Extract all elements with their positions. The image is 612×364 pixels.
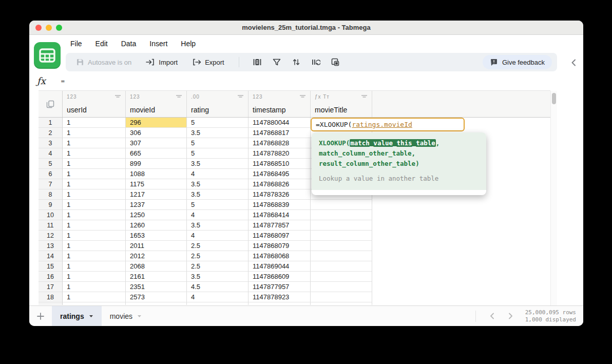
row-number[interactable]: 5 [39, 159, 63, 169]
sheet-cell[interactable]: 3.5 [187, 220, 248, 231]
sheet-cell[interactable]: 3.5 [187, 189, 248, 200]
sheet-cell[interactable]: 1 [63, 210, 126, 220]
sheet-cell[interactable]: 1147868079 [248, 241, 311, 251]
sheet-cell[interactable]: 1 [63, 292, 126, 302]
row-number[interactable]: 14 [39, 251, 63, 261]
sheet-cell[interactable]: 1147868839 [248, 200, 311, 210]
sheet-cell[interactable] [311, 220, 372, 231]
sheet-cell[interactable]: 1250 [126, 210, 187, 220]
row-number[interactable]: 11 [39, 220, 63, 231]
sheet-cell[interactable]: 665 [126, 148, 187, 159]
sheet-cell[interactable]: 4 [187, 231, 248, 241]
sheet-cell[interactable] [311, 200, 372, 210]
previous-page-button[interactable] [483, 309, 502, 323]
sheet-cell[interactable]: 1147868495 [248, 169, 311, 179]
column-header-movietitle[interactable]: ƒx Tᴛ movieTitle [311, 91, 372, 117]
sheet-cell[interactable]: 1147877857 [248, 220, 311, 231]
menu-item-help[interactable]: Help [181, 40, 196, 48]
sheet-cell[interactable]: 1 [63, 241, 126, 251]
sheet-cell[interactable]: 2161 [126, 272, 187, 282]
row-number[interactable]: 13 [39, 241, 63, 251]
export-button[interactable]: Export [192, 58, 224, 66]
transform-button[interactable] [306, 54, 326, 70]
sheet-cell[interactable] [311, 282, 372, 292]
sheet-cell[interactable]: 5 [187, 200, 248, 210]
sheet-cell[interactable] [311, 292, 372, 302]
sheet-cell[interactable]: 1147868826 [248, 179, 311, 189]
column-filter-icon[interactable] [114, 94, 121, 99]
join-tables-button[interactable] [326, 54, 345, 70]
sheet-cell[interactable]: 307 [126, 138, 187, 148]
caret-down-icon[interactable] [137, 315, 142, 318]
caret-down-icon[interactable] [89, 315, 93, 318]
sheet-cell[interactable] [311, 272, 372, 282]
sheet-cell[interactable]: 1 [63, 159, 126, 169]
sheet-cell[interactable]: 1 [63, 272, 126, 282]
select-all-header[interactable] [39, 91, 63, 117]
row-number[interactable]: 3 [39, 138, 63, 148]
column-filter-icon[interactable] [176, 94, 182, 99]
sheet-cell[interactable]: 1 [63, 118, 126, 128]
row-number[interactable]: 9 [39, 200, 63, 210]
column-header-movieid[interactable]: 123 movieId [126, 91, 187, 117]
sheet-cell[interactable]: 5 [187, 138, 248, 148]
sheet-cell[interactable]: 3.5 [187, 128, 248, 138]
row-number[interactable]: 18 [39, 292, 63, 302]
scrollbar-thumb[interactable] [552, 93, 556, 104]
sheet-cell[interactable]: 1 [63, 138, 126, 148]
sheet-cell[interactable]: 1 [63, 189, 126, 200]
sheet-cell[interactable]: 1147868414 [248, 210, 311, 220]
row-number[interactable]: 2 [39, 128, 63, 138]
sheet-cell[interactable]: 1 [63, 128, 126, 138]
column-header-userid[interactable]: 123 userId [63, 91, 126, 117]
collapse-panel-button[interactable] [568, 58, 579, 68]
sheet-cell[interactable]: 2351 [126, 282, 187, 292]
sheet-cell[interactable]: 1147878820 [248, 148, 311, 159]
column-header-timestamp[interactable]: 123 timestamp [248, 91, 311, 117]
sheet-cell[interactable]: 3.5 [187, 159, 248, 169]
import-button[interactable]: Import [146, 58, 178, 66]
view-columns-button[interactable] [247, 54, 267, 70]
sheet-cell[interactable]: 1 [63, 220, 126, 231]
row-number[interactable]: 7 [39, 179, 63, 189]
sheet-cell[interactable]: 1 [63, 179, 126, 189]
row-number[interactable]: 10 [39, 210, 63, 220]
column-filter-icon[interactable] [237, 94, 244, 99]
sheet-cell[interactable]: 1147877957 [248, 282, 311, 292]
sheet-cell[interactable]: 1147868609 [248, 272, 311, 282]
menu-item-data[interactable]: Data [121, 40, 137, 48]
column-filter-icon[interactable] [299, 94, 306, 99]
sheet-cell[interactable]: 1147868817 [248, 128, 311, 138]
title-bar[interactable]: movielens_25m_tutorial.tmga - Tabmega [29, 21, 583, 35]
sheet-cell[interactable]: 1147880044 [248, 118, 311, 128]
sheet-cell[interactable]: 1147868097 [248, 231, 311, 241]
row-number[interactable]: 1 [39, 118, 63, 128]
sheet-cell[interactable] [311, 210, 372, 220]
menu-item-file[interactable]: File [70, 40, 82, 48]
give-feedback-button[interactable]: Give feedback [483, 55, 552, 69]
sheet-cell[interactable]: 1147878923 [248, 292, 311, 302]
column-header-rating[interactable]: .00 rating [187, 91, 248, 117]
sheet-cell[interactable]: 1653 [126, 231, 187, 241]
sheet-cell[interactable]: 2.5 [187, 261, 248, 272]
sheet-cell[interactable]: 296 [126, 118, 187, 128]
sheet-cell[interactable] [311, 261, 372, 272]
sheet-cell[interactable]: 2.5 [187, 241, 248, 251]
sheet-cell[interactable]: 1 [63, 282, 126, 292]
sheet-cell[interactable] [311, 241, 372, 251]
sheet-cell[interactable]: 3.5 [187, 179, 248, 189]
sheet-cell[interactable]: 1147868510 [248, 159, 311, 169]
formula-bar-input[interactable]: = [61, 78, 65, 85]
sheet-cell[interactable]: 1237 [126, 200, 187, 210]
menu-item-insert[interactable]: Insert [149, 40, 167, 48]
sheet-cell[interactable]: 899 [126, 159, 187, 169]
sheet-cell[interactable]: 1 [63, 169, 126, 179]
sheet-cell[interactable]: 1147868828 [248, 138, 311, 148]
sheet-cell[interactable]: 2068 [126, 261, 187, 272]
sheet-cell[interactable]: 2011 [126, 241, 187, 251]
sheet-cell[interactable]: 2573 [126, 292, 187, 302]
sheet-cell[interactable]: 1 [63, 251, 126, 261]
filter-button[interactable] [267, 54, 286, 70]
row-number[interactable]: 8 [39, 189, 63, 200]
sheet-cell[interactable]: 1147869044 [248, 261, 311, 272]
